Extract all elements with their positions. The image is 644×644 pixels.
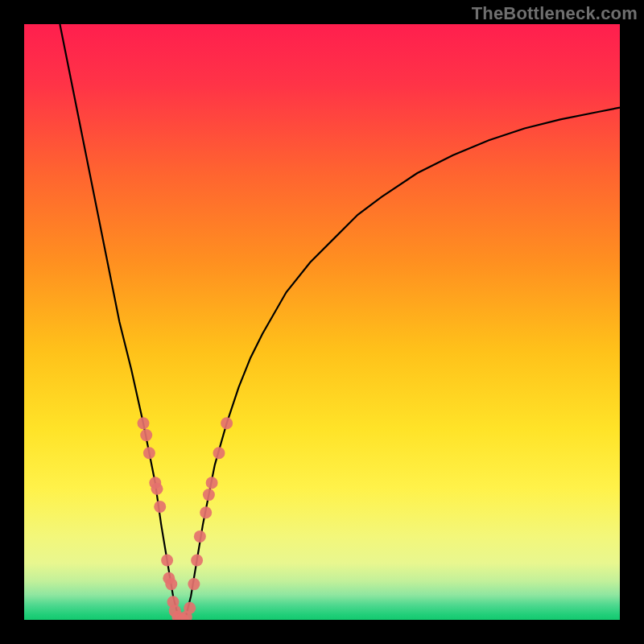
- gradient-background: [24, 24, 620, 620]
- data-point: [165, 578, 177, 590]
- data-point: [161, 555, 173, 567]
- data-point: [191, 555, 203, 567]
- data-point: [151, 483, 163, 495]
- plot-area: [24, 24, 620, 620]
- data-point: [203, 489, 215, 501]
- data-point: [200, 506, 212, 518]
- data-point: [206, 477, 218, 489]
- chart-svg: [24, 24, 620, 620]
- data-point: [184, 602, 196, 614]
- data-point: [221, 417, 233, 429]
- data-point: [154, 501, 166, 513]
- data-point: [138, 417, 150, 429]
- data-point: [140, 429, 152, 441]
- watermark-text: TheBottleneck.com: [472, 3, 638, 24]
- data-point: [213, 447, 225, 459]
- chart-frame: TheBottleneck.com: [0, 0, 644, 644]
- data-point: [188, 578, 200, 590]
- data-point: [194, 530, 206, 543]
- data-point: [143, 447, 155, 459]
